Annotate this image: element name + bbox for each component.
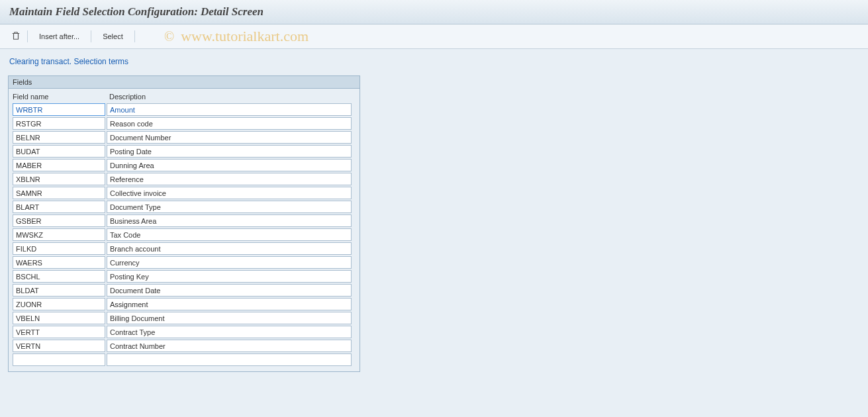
title-bar: Maintain Field Selection Configuration: … [0, 0, 868, 24]
field-description-input[interactable] [107, 256, 352, 269]
select-button[interactable]: Select [96, 30, 130, 42]
column-headers: Field name Description [11, 91, 357, 103]
column-header-description: Description [109, 93, 354, 101]
toolbar-divider [27, 30, 28, 42]
field-description-input[interactable] [107, 187, 352, 199]
content-area: Clearing transact. Selection terms Field… [0, 49, 868, 380]
field-description-input[interactable] [107, 201, 352, 213]
field-description-input[interactable] [107, 131, 352, 144]
table-row [11, 228, 357, 241]
field-name-input[interactable] [13, 353, 105, 366]
table-row [11, 340, 357, 352]
field-description-input[interactable] [107, 326, 352, 338]
delete-button[interactable] [9, 30, 23, 43]
table-row [11, 159, 357, 171]
field-description-input[interactable] [107, 270, 352, 283]
table-row [11, 270, 357, 283]
table-row [11, 298, 357, 310]
field-name-input[interactable] [13, 326, 105, 338]
field-description-input[interactable] [107, 159, 352, 171]
field-description-input[interactable] [107, 353, 352, 366]
field-name-input[interactable] [13, 214, 105, 227]
field-description-input[interactable] [107, 312, 352, 324]
field-name-input[interactable] [13, 201, 105, 213]
field-name-input[interactable] [13, 228, 105, 241]
field-description-input[interactable] [107, 117, 352, 130]
toolbar-divider [134, 30, 135, 42]
fields-panel: Fields Field name Description [8, 75, 360, 372]
field-name-input[interactable] [13, 312, 105, 324]
table-row [11, 131, 357, 144]
table-row [11, 117, 357, 130]
toolbar-divider [91, 30, 91, 42]
field-description-input[interactable] [107, 298, 352, 310]
table-row [11, 353, 357, 366]
page-title: Maintain Field Selection Configuration: … [9, 5, 859, 19]
table-row [11, 284, 357, 297]
field-name-input[interactable] [13, 340, 105, 352]
table-row [11, 312, 357, 324]
field-description-input[interactable] [107, 284, 352, 297]
table-row [11, 256, 357, 269]
field-description-input[interactable] [107, 242, 352, 255]
table-row [11, 173, 357, 185]
field-description-input[interactable] [107, 145, 352, 158]
field-name-input[interactable] [13, 256, 105, 269]
trash-icon [11, 31, 21, 42]
field-name-input[interactable] [13, 187, 105, 199]
field-name-input[interactable] [13, 117, 105, 130]
field-name-input[interactable] [13, 159, 105, 171]
field-name-input[interactable] [13, 270, 105, 283]
table-row [11, 214, 357, 227]
field-name-input[interactable] [13, 284, 105, 297]
field-name-input[interactable] [13, 242, 105, 255]
field-name-input[interactable] [13, 145, 105, 158]
field-description-input[interactable] [107, 103, 352, 116]
field-description-input[interactable] [107, 214, 352, 227]
table-row [11, 201, 357, 213]
table-row [11, 187, 357, 199]
panel-header: Fields [9, 76, 360, 89]
rows-container [11, 103, 357, 366]
column-header-fieldname: Field name [13, 93, 109, 101]
toolbar: Insert after... Select [0, 24, 868, 49]
table-row [11, 145, 357, 158]
field-name-input[interactable] [13, 131, 105, 144]
panel-body: Field name Description [9, 89, 360, 371]
field-description-input[interactable] [107, 228, 352, 241]
table-row [11, 326, 357, 338]
field-description-input[interactable] [107, 173, 352, 185]
field-name-input[interactable] [13, 298, 105, 310]
breadcrumb[interactable]: Clearing transact. Selection terms [9, 57, 859, 66]
field-name-input[interactable] [13, 173, 105, 185]
table-row [11, 103, 357, 116]
table-row [11, 242, 357, 255]
field-name-input[interactable] [13, 103, 105, 116]
insert-after-button[interactable]: Insert after... [32, 30, 86, 42]
field-description-input[interactable] [107, 340, 352, 352]
